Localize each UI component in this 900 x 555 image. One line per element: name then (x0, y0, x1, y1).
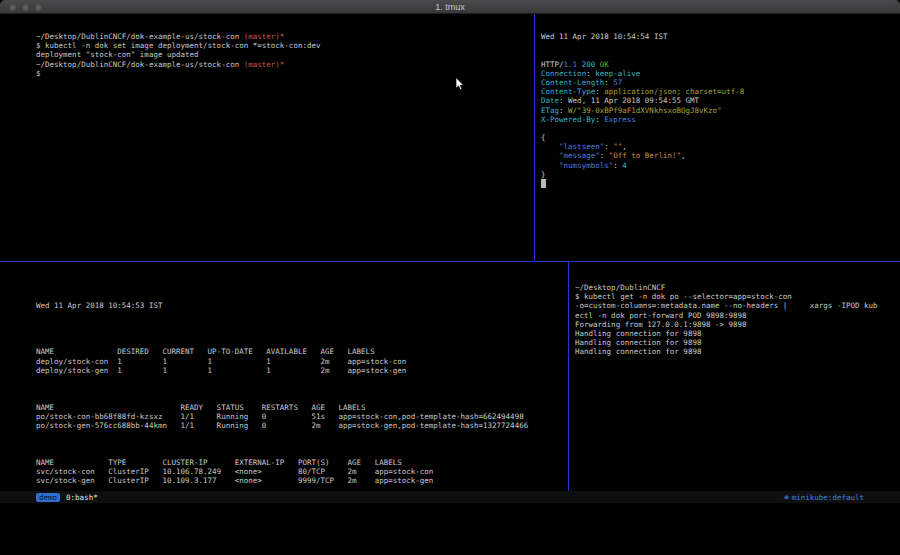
terminal-line: } (541, 170, 891, 179)
text-segment: : (595, 87, 604, 96)
text-segment: 4 (622, 161, 627, 170)
kube-context-indicator: ☸ minikube:default (784, 493, 864, 502)
text-segment: W/"39-0xBPf9aF1dXVNkhsxoBQgJ8vKzo" (568, 106, 722, 115)
text-segment: : (604, 142, 613, 151)
terminal-line (541, 41, 891, 50)
resources-timestamp-block: Wed 11 Apr 2018 10:54:53 IST (36, 301, 562, 319)
text-segment: : (600, 151, 609, 160)
terminal-line: ETag: W/"39-0xBPf9aF1dXVNkhsxoBQgJ8vKzo" (541, 106, 891, 115)
table-header: NAME DESIRED CURRENT UP-TO-DATE AVAILABL… (36, 347, 562, 356)
terminal-area: ~/Desktop/DublinCNCF/dok-example-us/stoc… (0, 14, 900, 491)
text-segment: X-Powered-By (541, 115, 595, 124)
text-segment: Express (604, 115, 636, 124)
pods-table: NAME READY STATUS RESTARTS AGE LABELSpo/… (36, 403, 562, 431)
pane-http-response[interactable]: Wed 11 Apr 2018 10:54:54 ISTHTTP/1.1 200… (541, 32, 891, 188)
text-segment: ~/Desktop/DublinCNCF/dok-example-us/stoc… (36, 60, 244, 69)
text-segment: $ (36, 69, 45, 78)
text-segment: "lastseen" (559, 142, 604, 151)
terminal-line: Date: Wed, 11 Apr 2018 09:54:55 GMT (541, 96, 891, 105)
text-segment: "" (613, 142, 622, 151)
text-segment: : (586, 69, 595, 78)
text-segment (541, 151, 559, 160)
terminal-line: "numsymbols": 4 (541, 161, 891, 170)
window-tab-bash[interactable]: 0:bash* (66, 493, 98, 502)
text-segment: Wed 11 Apr 2018 10:54:54 IST (541, 32, 667, 41)
text-segment: (master)* (244, 32, 285, 41)
terminal-line: Wed 11 Apr 2018 10:54:53 IST (36, 301, 562, 310)
terminal-line (541, 50, 891, 59)
text-segment: : (595, 115, 604, 124)
session-name-badge[interactable]: demo (36, 493, 60, 502)
pane-port-forward[interactable]: ~/Desktop/DublinCNCF$ kubectl get -n dok… (575, 283, 893, 357)
terminal-line: ~/Desktop/DublinCNCF (575, 283, 893, 292)
terminal-line: "lastseen": "", (541, 142, 891, 151)
text-segment: : (559, 106, 568, 115)
close-button[interactable] (9, 4, 16, 11)
text-segment: } (541, 170, 546, 179)
text-segment: Date (541, 96, 559, 105)
text-segment: , (681, 151, 686, 160)
text-segment: , (622, 142, 627, 151)
services-table: NAME TYPE CLUSTER-IP EXTERNAL-IP PORT(S)… (36, 458, 562, 486)
kubernetes-icon: ☸ (784, 493, 789, 502)
text-segment: 57 (613, 78, 622, 87)
table-header: NAME READY STATUS RESTARTS AGE LABELS (36, 403, 562, 412)
terminal-line: deployment "stock-con" image updated (36, 50, 528, 59)
text-segment: ETag (541, 106, 559, 115)
pane-shell-kubectl-set-image[interactable]: ~/Desktop/DublinCNCF/dok-example-us/stoc… (36, 32, 528, 78)
mouse-cursor (455, 76, 465, 90)
terminal-line: Handling connection for 9898 (575, 338, 893, 347)
terminal-line: { (541, 133, 891, 142)
table-row: svc/stock-con ClusterIP 10.106.78.249 <n… (36, 467, 562, 476)
text-cursor (541, 179, 546, 188)
deployments-table: NAME DESIRED CURRENT UP-TO-DATE AVAILABL… (36, 347, 562, 375)
text-segment: (master)* (244, 60, 285, 69)
table-row: po/stock-con-bb68f88fd-kzsxz 1/1 Running… (36, 412, 562, 421)
text-segment: $ kubectl -n dok set image deployment/st… (36, 41, 320, 50)
terminal-line: ~/Desktop/DublinCNCF/dok-example-us/stoc… (36, 32, 528, 41)
text-segment: "Off to Berlin!" (609, 151, 681, 160)
table-row: po/stock-gen-576cc688bb-44kmn 1/1 Runnin… (36, 421, 562, 430)
text-segment: application/json; charset=utf-8 (604, 87, 744, 96)
terminal-line: -o=custom-columns=:metadata.name --no-he… (575, 301, 893, 310)
terminal-line: Content-Type: application/json; charset=… (541, 87, 891, 96)
text-segment: Content-Length (541, 78, 604, 87)
text-segment: OK (600, 60, 609, 69)
text-segment: deployment "stock-con" image updated (36, 50, 199, 59)
text-segment (541, 161, 559, 170)
tmux-status-bar: demo 0:bash* ☸ minikube:default (0, 491, 900, 503)
text-segment: HTTP/ (541, 60, 564, 69)
pane-kubectl-resources[interactable]: Wed 11 Apr 2018 10:54:53 IST NAME DESIRE… (36, 283, 562, 504)
text-segment: 1.1 (564, 60, 578, 69)
kube-context-label: minikube:default (792, 493, 864, 502)
pane-divider-vertical-bottom[interactable] (568, 262, 569, 491)
terminal-line: $ kubectl get -n dok po --selector=app=s… (575, 292, 893, 301)
terminal-line: ~/Desktop/DublinCNCF/dok-example-us/stoc… (36, 60, 528, 69)
terminal-line (541, 124, 891, 133)
table-row: deploy/stock-con 1 1 1 1 2m app=stock-co… (36, 357, 562, 366)
text-segment: Connection (541, 69, 586, 78)
terminal-line: Connection: keep-alive (541, 69, 891, 78)
terminal-line: $ kubectl -n dok set image deployment/st… (36, 41, 528, 50)
text-segment: : (613, 161, 622, 170)
text-segment: 200 (582, 60, 596, 69)
terminal-line: Content-Length: 57 (541, 78, 891, 87)
pane-divider-horizontal[interactable] (0, 261, 900, 262)
table-header: NAME TYPE CLUSTER-IP EXTERNAL-IP PORT(S)… (36, 458, 562, 467)
table-row: svc/stock-gen ClusterIP 10.109.3.177 <no… (36, 476, 562, 485)
window-titlebar: 1. tmux (0, 0, 900, 14)
text-segment: keep-alive (595, 69, 640, 78)
text-segment (541, 142, 559, 151)
terminal-line: ectl -n dok port-forward POD 9898:9898 (575, 311, 893, 320)
window-title: 1. tmux (435, 2, 465, 12)
minimize-button[interactable] (22, 4, 29, 11)
status-left: demo 0:bash* (36, 493, 98, 502)
text-segment: : (604, 78, 613, 87)
pane-divider-vertical-top[interactable] (534, 14, 535, 261)
terminal-line: X-Powered-By: Express (541, 115, 891, 124)
terminal-line: Forwarding from 127.0.0.1:9898 -> 9898 (575, 320, 893, 329)
text-segment: { (541, 133, 546, 142)
zoom-button[interactable] (35, 4, 42, 11)
text-segment: "numsymbols" (559, 161, 613, 170)
terminal-line: Handling connection for 9898 (575, 329, 893, 338)
